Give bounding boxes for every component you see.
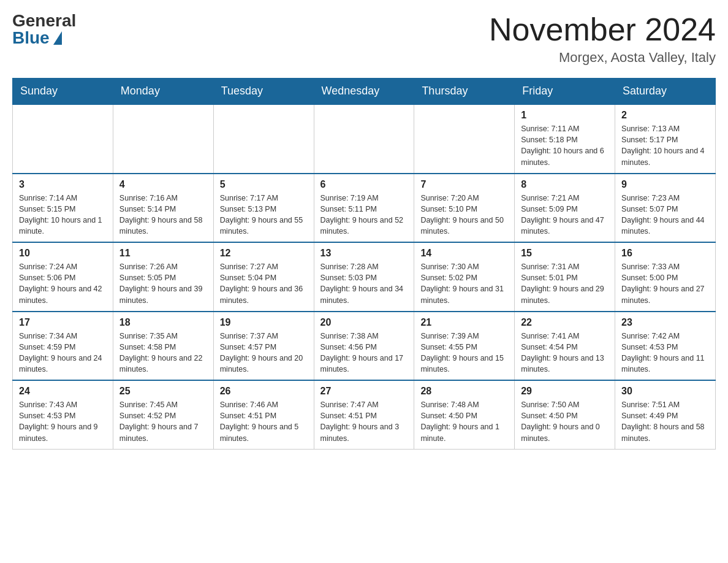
- day-of-week-header: Wednesday: [314, 79, 414, 105]
- calendar-cell: 19Sunrise: 7:37 AM Sunset: 4:57 PM Dayli…: [213, 312, 314, 381]
- calendar-cell: 23Sunrise: 7:42 AM Sunset: 4:53 PM Dayli…: [615, 312, 716, 381]
- day-number: 26: [220, 386, 308, 397]
- day-info: Sunrise: 7:34 AM Sunset: 4:59 PM Dayligh…: [19, 331, 107, 375]
- day-number: 17: [19, 317, 107, 328]
- day-number: 1: [521, 110, 609, 121]
- day-number: 10: [19, 248, 107, 259]
- day-number: 19: [220, 317, 308, 328]
- day-info: Sunrise: 7:17 AM Sunset: 5:13 PM Dayligh…: [220, 193, 308, 237]
- day-info: Sunrise: 7:20 AM Sunset: 5:10 PM Dayligh…: [420, 193, 508, 237]
- day-number: 28: [420, 386, 508, 397]
- day-number: 29: [521, 386, 609, 397]
- day-number: 8: [521, 179, 609, 190]
- calendar-cell: [213, 104, 314, 174]
- calendar-cell: 27Sunrise: 7:47 AM Sunset: 4:51 PM Dayli…: [314, 380, 414, 449]
- day-number: 21: [420, 317, 508, 328]
- day-info: Sunrise: 7:23 AM Sunset: 5:07 PM Dayligh…: [621, 193, 709, 237]
- calendar-cell: 17Sunrise: 7:34 AM Sunset: 4:59 PM Dayli…: [13, 312, 113, 381]
- calendar-cell: 30Sunrise: 7:51 AM Sunset: 4:49 PM Dayli…: [615, 380, 716, 449]
- week-row: 1Sunrise: 7:11 AM Sunset: 5:18 PM Daylig…: [13, 104, 716, 174]
- day-info: Sunrise: 7:42 AM Sunset: 4:53 PM Dayligh…: [621, 331, 709, 375]
- day-info: Sunrise: 7:31 AM Sunset: 5:01 PM Dayligh…: [521, 261, 609, 306]
- calendar-cell: 16Sunrise: 7:33 AM Sunset: 5:00 PM Dayli…: [615, 242, 716, 312]
- calendar-cell: 9Sunrise: 7:23 AM Sunset: 5:07 PM Daylig…: [615, 174, 716, 243]
- calendar-cell: 3Sunrise: 7:14 AM Sunset: 5:15 PM Daylig…: [13, 174, 113, 243]
- day-of-week-header: Sunday: [13, 79, 113, 105]
- day-number: 24: [19, 386, 107, 397]
- calendar-cell: 5Sunrise: 7:17 AM Sunset: 5:13 PM Daylig…: [213, 174, 314, 243]
- calendar-cell: 2Sunrise: 7:13 AM Sunset: 5:17 PM Daylig…: [615, 104, 716, 174]
- calendar-cell: 13Sunrise: 7:28 AM Sunset: 5:03 PM Dayli…: [314, 242, 414, 312]
- day-info: Sunrise: 7:38 AM Sunset: 4:56 PM Dayligh…: [320, 331, 408, 375]
- week-row: 24Sunrise: 7:43 AM Sunset: 4:53 PM Dayli…: [13, 380, 716, 449]
- day-info: Sunrise: 7:48 AM Sunset: 4:50 PM Dayligh…: [420, 399, 508, 444]
- day-info: Sunrise: 7:51 AM Sunset: 4:49 PM Dayligh…: [621, 399, 709, 444]
- week-row: 3Sunrise: 7:14 AM Sunset: 5:15 PM Daylig…: [13, 174, 716, 243]
- day-of-week-header: Saturday: [615, 79, 716, 105]
- logo-blue-text: Blue: [12, 29, 62, 47]
- day-info: Sunrise: 7:13 AM Sunset: 5:17 PM Dayligh…: [621, 123, 709, 168]
- day-number: 18: [119, 317, 207, 328]
- day-info: Sunrise: 7:37 AM Sunset: 4:57 PM Dayligh…: [220, 331, 308, 375]
- logo: General Blue: [12, 12, 76, 47]
- day-info: Sunrise: 7:11 AM Sunset: 5:18 PM Dayligh…: [521, 123, 609, 168]
- day-number: 14: [420, 248, 508, 259]
- logo-general-text: General: [12, 12, 76, 29]
- day-info: Sunrise: 7:46 AM Sunset: 4:51 PM Dayligh…: [220, 399, 308, 444]
- day-info: Sunrise: 7:27 AM Sunset: 5:04 PM Dayligh…: [220, 261, 308, 306]
- day-info: Sunrise: 7:16 AM Sunset: 5:14 PM Dayligh…: [119, 193, 207, 237]
- calendar-cell: 21Sunrise: 7:39 AM Sunset: 4:55 PM Dayli…: [414, 312, 515, 381]
- calendar-cell: 7Sunrise: 7:20 AM Sunset: 5:10 PM Daylig…: [414, 174, 515, 243]
- day-number: 30: [621, 386, 709, 397]
- day-info: Sunrise: 7:39 AM Sunset: 4:55 PM Dayligh…: [420, 331, 508, 375]
- calendar-table: SundayMondayTuesdayWednesdayThursdayFrid…: [12, 78, 716, 450]
- calendar-cell: 28Sunrise: 7:48 AM Sunset: 4:50 PM Dayli…: [414, 380, 515, 449]
- day-number: 15: [521, 248, 609, 259]
- logo-triangle-icon: [53, 31, 62, 45]
- calendar-cell: 22Sunrise: 7:41 AM Sunset: 4:54 PM Dayli…: [515, 312, 615, 381]
- day-info: Sunrise: 7:19 AM Sunset: 5:11 PM Dayligh…: [320, 193, 408, 237]
- day-number: 25: [119, 386, 207, 397]
- day-number: 9: [621, 179, 709, 190]
- day-number: 16: [621, 248, 709, 259]
- day-info: Sunrise: 7:41 AM Sunset: 4:54 PM Dayligh…: [521, 331, 609, 375]
- calendar-cell: 14Sunrise: 7:30 AM Sunset: 5:02 PM Dayli…: [414, 242, 515, 312]
- day-number: 20: [320, 317, 408, 328]
- calendar-cell: 18Sunrise: 7:35 AM Sunset: 4:58 PM Dayli…: [113, 312, 213, 381]
- day-number: 3: [19, 179, 107, 190]
- day-number: 2: [621, 110, 709, 121]
- day-number: 13: [320, 248, 408, 259]
- day-info: Sunrise: 7:45 AM Sunset: 4:52 PM Dayligh…: [119, 399, 207, 444]
- day-info: Sunrise: 7:43 AM Sunset: 4:53 PM Dayligh…: [19, 399, 107, 444]
- calendar-cell: 4Sunrise: 7:16 AM Sunset: 5:14 PM Daylig…: [113, 174, 213, 243]
- day-info: Sunrise: 7:30 AM Sunset: 5:02 PM Dayligh…: [420, 261, 508, 306]
- day-number: 6: [320, 179, 408, 190]
- calendar-cell: 24Sunrise: 7:43 AM Sunset: 4:53 PM Dayli…: [13, 380, 113, 449]
- calendar-cell: [13, 104, 113, 174]
- month-title: November 2024: [489, 12, 716, 47]
- day-number: 22: [521, 317, 609, 328]
- calendar-cell: 11Sunrise: 7:26 AM Sunset: 5:05 PM Dayli…: [113, 242, 213, 312]
- page-header: General Blue November 2024 Morgex, Aosta…: [12, 12, 716, 66]
- day-of-week-header: Monday: [113, 79, 213, 105]
- calendar-cell: 10Sunrise: 7:24 AM Sunset: 5:06 PM Dayli…: [13, 242, 113, 312]
- day-of-week-header: Tuesday: [213, 79, 314, 105]
- calendar-cell: 15Sunrise: 7:31 AM Sunset: 5:01 PM Dayli…: [515, 242, 615, 312]
- week-row: 10Sunrise: 7:24 AM Sunset: 5:06 PM Dayli…: [13, 242, 716, 312]
- calendar-cell: [314, 104, 414, 174]
- calendar-cell: 29Sunrise: 7:50 AM Sunset: 4:50 PM Dayli…: [515, 380, 615, 449]
- title-section: November 2024 Morgex, Aosta Valley, Ital…: [489, 12, 716, 66]
- week-row: 17Sunrise: 7:34 AM Sunset: 4:59 PM Dayli…: [13, 312, 716, 381]
- day-number: 11: [119, 248, 207, 259]
- calendar-cell: 1Sunrise: 7:11 AM Sunset: 5:18 PM Daylig…: [515, 104, 615, 174]
- day-number: 7: [420, 179, 508, 190]
- location-label: Morgex, Aosta Valley, Italy: [489, 50, 716, 66]
- calendar-cell: 8Sunrise: 7:21 AM Sunset: 5:09 PM Daylig…: [515, 174, 615, 243]
- day-of-week-header: Friday: [515, 79, 615, 105]
- day-of-week-header: Thursday: [414, 79, 515, 105]
- calendar-cell: [113, 104, 213, 174]
- day-info: Sunrise: 7:26 AM Sunset: 5:05 PM Dayligh…: [119, 261, 207, 306]
- day-number: 5: [220, 179, 308, 190]
- day-number: 4: [119, 179, 207, 190]
- calendar-cell: 12Sunrise: 7:27 AM Sunset: 5:04 PM Dayli…: [213, 242, 314, 312]
